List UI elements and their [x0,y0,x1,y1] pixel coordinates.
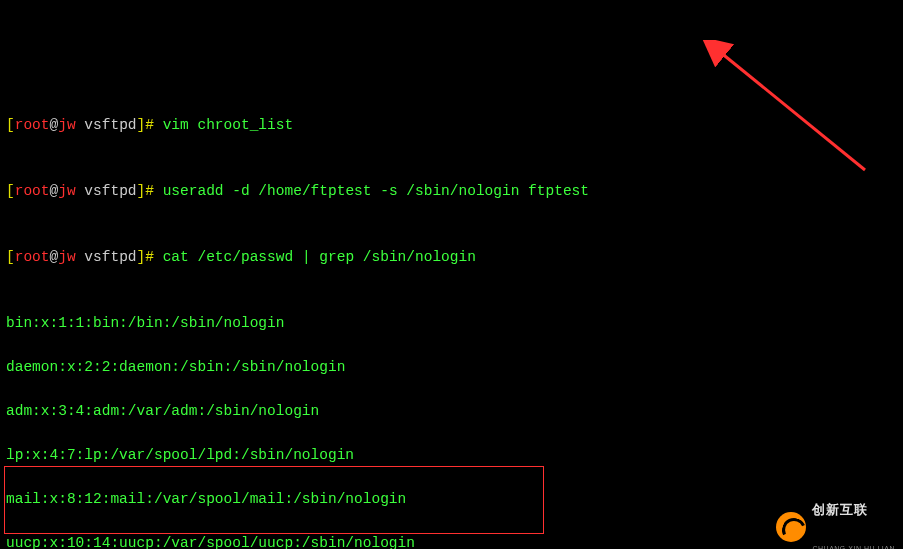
output-line: mail:x:8:12:mail:/var/spool/mail:/sbin/n… [6,488,897,510]
bracket-open: [ [6,183,15,199]
svg-line-0 [720,52,865,170]
command-input[interactable]: cat /etc/passwd | grep /sbin/nologin [163,249,476,265]
prompt-at: @ [50,183,59,199]
output-line: adm:x:3:4:adm:/var/adm:/sbin/nologin [6,400,897,422]
logo-text-py: CHUANG XIN HU LIAN [812,545,895,550]
prompt-user: root [15,249,50,265]
output-line: daemon:x:2:2:daemon:/sbin:/sbin/nologin [6,356,897,378]
logo-mark-icon [776,512,806,542]
prompt-line: [root@jw vsftpd]# cat /etc/passwd | grep… [6,246,897,268]
output-line: bin:x:1:1:bin:/bin:/sbin/nologin [6,312,897,334]
output-line: uucp:x:10:14:uucp:/var/spool/uucp:/sbin/… [6,532,897,549]
bracket-close: ]# [137,249,163,265]
prompt-user: root [15,183,50,199]
annotation-arrow-icon [695,40,885,180]
prompt-line: [root@jw vsftpd]# useradd -d /home/ftpte… [6,180,897,202]
prompt-host: jw [58,249,75,265]
prompt-dir-name: vsftpd [84,117,136,133]
prompt-dir-name: vsftpd [84,183,136,199]
logo-text-zh: 创新互联 [812,503,895,516]
logo-text: 创新互联 CHUANG XIN HU LIAN [812,474,895,550]
watermark-logo: 创新互联 CHUANG XIN HU LIAN [776,509,895,545]
prompt-dir-name: vsftpd [84,249,136,265]
output-line: lp:x:4:7:lp:/var/spool/lpd:/sbin/nologin [6,444,897,466]
prompt-host: jw [58,183,75,199]
command-input[interactable]: useradd -d /home/ftptest -s /sbin/nologi… [163,183,589,199]
bracket-open: [ [6,249,15,265]
prompt-user: root [15,117,50,133]
bracket-open: [ [6,117,15,133]
command-input[interactable]: vim chroot_list [163,117,294,133]
prompt-at: @ [50,117,59,133]
bracket-close: ]# [137,183,163,199]
bracket-close: ]# [137,117,163,133]
prompt-line: [root@jw vsftpd]# vim chroot_list [6,114,897,136]
prompt-at: @ [50,249,59,265]
prompt-host: jw [58,117,75,133]
